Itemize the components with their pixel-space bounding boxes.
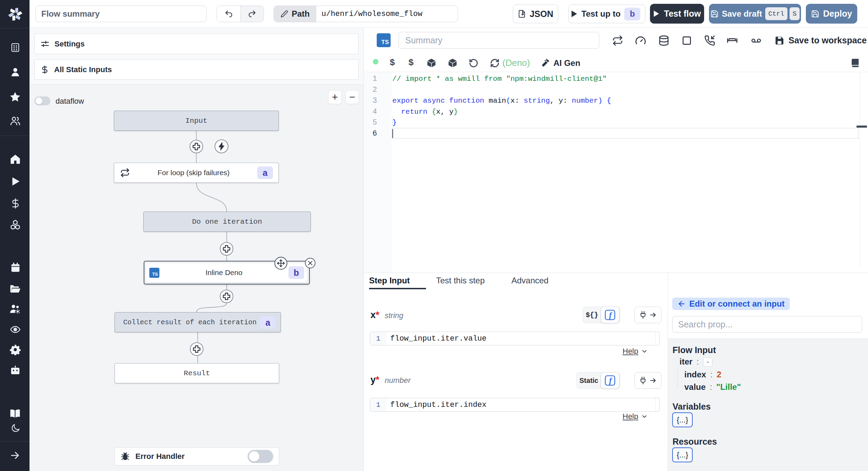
svg-text:f: f bbox=[609, 311, 612, 319]
svg-text:f: f bbox=[609, 376, 612, 385]
